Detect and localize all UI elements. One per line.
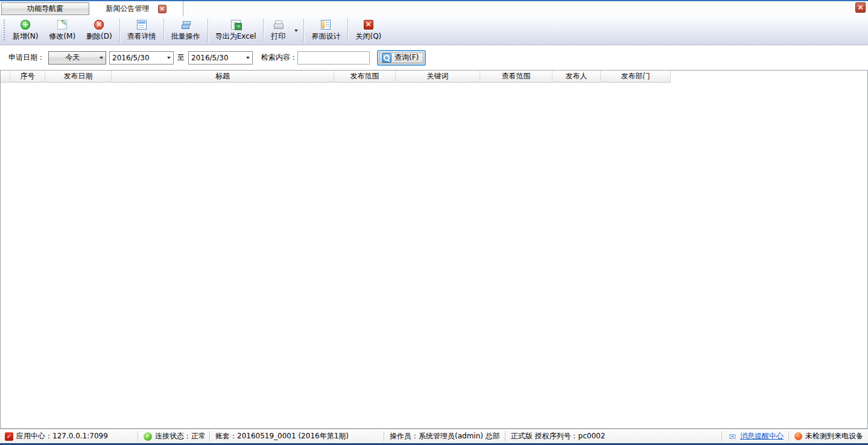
column-header-seq[interactable]: 序号	[10, 71, 45, 83]
query-button-label: 查询(F)	[394, 52, 419, 63]
status-account-set: 账套：20160519_0001 (2016年第1期)	[211, 429, 384, 443]
connection-ok-icon	[144, 432, 152, 441]
connection-text: 连接状态：正常	[155, 431, 206, 441]
edit-button[interactable]: 修改(M)	[43, 16, 81, 45]
edit-icon	[57, 20, 67, 30]
close-button[interactable]: 关闭(Q)	[350, 16, 387, 45]
view-detail-button[interactable]: 查看详情	[122, 16, 162, 45]
column-header-title[interactable]: 标题	[112, 71, 334, 83]
add-button[interactable]: 新增(N)	[7, 16, 43, 45]
column-header-publish-dept[interactable]: 发布部门	[601, 71, 671, 83]
tab-function-nav[interactable]: 功能导航窗	[1, 2, 89, 15]
print-split-button: 打印	[265, 16, 302, 45]
app-window: 功能导航窗 新闻公告管理 新增(N) 修改(M) 删除(D) 查看详情	[0, 0, 868, 445]
status-operator: 操作员：系统管理员(admin) 总部	[385, 429, 505, 443]
tab-function-nav-label: 功能导航窗	[27, 4, 63, 14]
date-to-value: 2016/5/30	[189, 54, 243, 62]
toolbar-separator	[347, 19, 348, 42]
ui-design-button[interactable]: 界面设计	[306, 16, 346, 45]
print-dropdown-button[interactable]	[291, 16, 302, 45]
chevron-down-icon	[164, 57, 173, 59]
chevron-down-icon	[97, 57, 106, 59]
view-detail-button-label: 查看详情	[127, 31, 156, 42]
delete-icon	[94, 20, 104, 30]
delete-button[interactable]: 删除(D)	[81, 16, 118, 45]
grid-body-empty[interactable]	[1, 83, 867, 428]
date-to-picker[interactable]: 2016/5/30	[188, 51, 253, 65]
tab-news-management-label: 新闻公告管理	[106, 4, 150, 14]
date-from-picker[interactable]: 2016/5/30	[109, 51, 174, 65]
add-icon	[21, 20, 30, 30]
toolbar-separator	[303, 19, 304, 42]
toolbar-separator	[119, 19, 120, 42]
mail-icon	[727, 432, 737, 441]
column-header-keywords[interactable]: 关键词	[396, 71, 480, 83]
row-indicator-header[interactable]	[1, 71, 10, 83]
window-close-icon[interactable]	[855, 2, 866, 13]
print-button[interactable]: 打印	[265, 16, 291, 45]
status-connection: 连接状态：正常	[139, 429, 209, 443]
device-alert-icon	[794, 432, 802, 440]
toolbar-separator	[207, 19, 208, 42]
license-text: 正式版 授权序列号：pc0002	[511, 431, 606, 441]
tab-news-management[interactable]: 新闻公告管理	[89, 1, 183, 16]
view-detail-icon	[137, 20, 147, 30]
column-header-view-scope[interactable]: 查看范围	[480, 71, 553, 83]
operator-text: 操作员：系统管理员(admin) 总部	[390, 431, 500, 441]
export-excel-button-label: 导出为Excel	[215, 31, 256, 42]
chevron-down-icon	[243, 57, 252, 59]
account-set-text: 账套：20160519_0001 (2016年第1期)	[215, 431, 349, 441]
column-header-publish-scope[interactable]: 发布范围	[334, 71, 396, 83]
search-label: 检索内容：	[261, 52, 297, 63]
status-license: 正式版 授权序列号：pc0002	[506, 429, 721, 443]
tab-close-icon[interactable]	[158, 5, 166, 13]
status-device: 未检测到来电设备	[790, 429, 868, 443]
add-button-label: 新增(N)	[13, 31, 38, 42]
app-center-icon	[5, 432, 13, 441]
status-message-center[interactable]: 消息提醒中心	[723, 429, 788, 443]
message-center-link[interactable]: 消息提醒中心	[740, 431, 784, 441]
query-button[interactable]: 查询(F)	[377, 50, 426, 66]
grid-header-filler	[671, 71, 867, 83]
status-bar: 应用中心：127.0.0.1:7099 连接状态：正常 账套：20160519_…	[0, 429, 868, 443]
close-icon	[364, 20, 373, 30]
column-header-publish-date[interactable]: 发布日期	[45, 71, 112, 83]
ui-design-icon	[321, 20, 331, 30]
date-to-label: 至	[177, 52, 185, 63]
close-button-label: 关闭(Q)	[355, 31, 381, 42]
print-button-label: 打印	[271, 31, 285, 42]
batch-operation-icon	[181, 20, 191, 30]
batch-operation-button[interactable]: 批量操作	[166, 16, 206, 45]
search-input[interactable]	[297, 51, 370, 65]
ui-design-button-label: 界面设计	[311, 31, 340, 42]
app-center-text: 应用中心：127.0.0.1:7099	[16, 431, 108, 441]
tabstrip-spacer	[183, 1, 855, 16]
filter-bar: 申请日期： 今天 2016/5/30 至 2016/5/30 检索内容： 查询(…	[0, 45, 868, 70]
tab-strip: 功能导航窗 新闻公告管理	[0, 0, 868, 16]
device-status-text: 未检测到来电设备	[805, 431, 863, 441]
grid-header-row: 序号 发布日期 标题 发布范围 关键词 查看范围 发布人 发布部门	[1, 71, 867, 83]
toolbar-separator	[263, 19, 264, 42]
date-preset-select[interactable]: 今天	[48, 51, 106, 65]
date-preset-value: 今天	[49, 52, 97, 63]
announcement-grid: 序号 发布日期 标题 发布范围 关键词 查看范围 发布人 发布部门	[0, 70, 868, 429]
export-excel-icon	[231, 20, 241, 30]
date-from-value: 2016/5/30	[110, 54, 164, 62]
batch-operation-button-label: 批量操作	[171, 31, 200, 42]
toolbar-separator	[163, 19, 164, 42]
status-app-center: 应用中心：127.0.0.1:7099	[0, 429, 138, 443]
edit-button-label: 修改(M)	[49, 31, 75, 42]
print-icon	[273, 20, 283, 30]
date-filter-label: 申请日期：	[8, 52, 45, 63]
chevron-down-icon	[294, 30, 298, 32]
toolbar: 新增(N) 修改(M) 删除(D) 查看详情 批量操作 导出为Excel	[0, 16, 868, 45]
delete-button-label: 删除(D)	[86, 31, 112, 42]
column-header-publisher[interactable]: 发布人	[553, 71, 601, 83]
toolbar-grip[interactable]	[2, 19, 6, 42]
search-icon	[382, 53, 391, 63]
export-excel-button[interactable]: 导出为Excel	[210, 16, 262, 45]
